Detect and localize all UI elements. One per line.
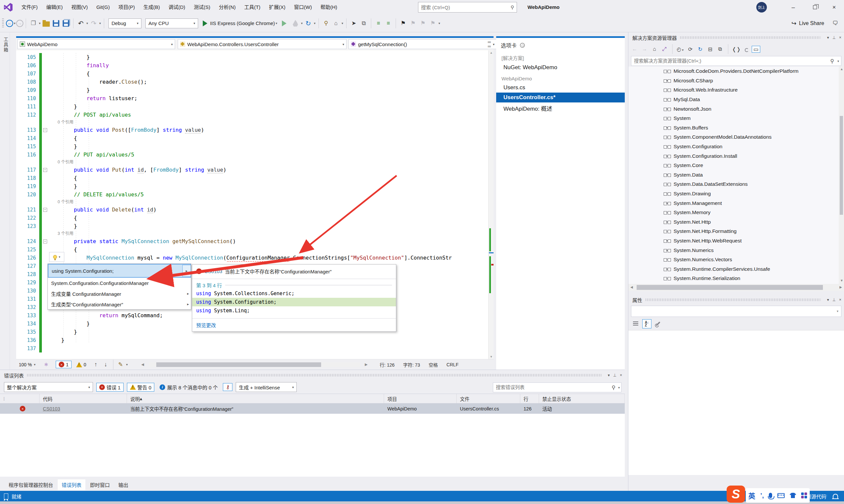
redo-icon[interactable]: ↷ bbox=[89, 19, 98, 28]
start-debugging-button[interactable]: IIS Express (Google Chrome) ▾ bbox=[203, 20, 278, 26]
user-avatar[interactable]: 剑上 bbox=[756, 2, 767, 13]
panel-tab[interactable]: 错误列表 bbox=[58, 479, 85, 490]
next-bookmark-icon[interactable]: ⚑ bbox=[419, 19, 427, 28]
warnings-filter-button[interactable]: 警告 0 bbox=[127, 383, 155, 392]
line-ending[interactable]: CRLF bbox=[446, 362, 459, 367]
categorized-icon[interactable] bbox=[631, 319, 640, 328]
menu-item-9[interactable]: 工具(T) bbox=[240, 0, 265, 15]
solution-explorer-search[interactable]: ⚲ ▾ bbox=[631, 56, 841, 66]
quick-actions-lightbulb[interactable]: ▾ bbox=[49, 252, 64, 262]
gear-icon[interactable] bbox=[520, 43, 525, 48]
platform-combo[interactable]: Any CPU▾ bbox=[145, 18, 198, 28]
hot-reload-dropdown[interactable]: ▾ bbox=[301, 21, 303, 25]
toolbar-grip[interactable] bbox=[2, 18, 4, 28]
attach-process-icon[interactable]: ⧉ bbox=[359, 19, 368, 28]
editor-horizontal-scrollbar[interactable] bbox=[149, 362, 360, 367]
ime-menu-icon[interactable] bbox=[801, 492, 807, 499]
reference-item[interactable]: System.Net.Http bbox=[628, 217, 844, 227]
prev-bookmark-icon[interactable]: ⚑ bbox=[409, 19, 417, 28]
save-all-icon[interactable] bbox=[62, 19, 70, 28]
navigate-back-dropdown[interactable]: ▾ bbox=[14, 21, 16, 25]
menu-item-6[interactable]: 调试(D) bbox=[164, 0, 190, 15]
menu-item-0[interactable]: 文件(F) bbox=[17, 0, 42, 15]
restart-dropdown[interactable]: ▾ bbox=[314, 21, 315, 25]
minimize-button[interactable]: – bbox=[783, 0, 803, 15]
pin-icon[interactable]: ⊥ bbox=[832, 35, 836, 40]
scroll-up-icon[interactable]: ▲ bbox=[840, 67, 843, 71]
new-project-icon[interactable]: ❐ bbox=[29, 19, 38, 28]
bookmark-icon[interactable]: ⚑ bbox=[399, 19, 408, 28]
undo-icon[interactable]: ↶ bbox=[76, 19, 85, 28]
sogou-ime-icon[interactable]: S bbox=[727, 486, 745, 503]
toolbar-overflow[interactable]: ▾ bbox=[438, 21, 440, 25]
sync-selection-icon[interactable]: ⤢ bbox=[660, 46, 669, 52]
menu-item-10[interactable]: 扩展(X) bbox=[265, 0, 290, 15]
restart-icon[interactable]: ↻ bbox=[304, 19, 312, 28]
reference-item[interactable]: System.Net.Http.Formatting bbox=[628, 227, 844, 236]
collapse-all-icon[interactable]: ⊟ bbox=[706, 46, 714, 52]
editor-warning-count[interactable]: 0 bbox=[76, 362, 86, 367]
chevron-down-icon[interactable]: ▾ bbox=[827, 35, 829, 40]
scrollbar-thumb[interactable] bbox=[637, 285, 823, 290]
preview-selected-icon[interactable]: ▭ bbox=[752, 46, 760, 53]
error-list-titlebar[interactable]: 错误列表 ▾ ⊥ × bbox=[0, 370, 625, 380]
se-forward-icon[interactable]: → bbox=[640, 46, 649, 52]
reference-item[interactable]: System.Buffers bbox=[628, 123, 844, 133]
solution-explorer-titlebar[interactable]: 解决方案资源管理器 ▾ ⊥ × bbox=[628, 32, 844, 43]
reference-item[interactable]: System.Memory bbox=[628, 208, 844, 217]
menu-item-4[interactable]: 项目(P) bbox=[114, 0, 139, 15]
clear-bookmarks-icon[interactable]: ⚑ bbox=[429, 19, 437, 28]
scroll-down-icon[interactable]: ▼ bbox=[840, 279, 843, 282]
properties-grid[interactable] bbox=[628, 330, 844, 475]
intellicode-icon[interactable]: ⚛ bbox=[42, 360, 50, 369]
keyboard-icon[interactable] bbox=[777, 493, 785, 498]
open-document-tab[interactable]: WebApiDemo: 概述 bbox=[496, 103, 625, 114]
restore-hierarchy-icon[interactable]: ↻ bbox=[696, 46, 705, 52]
sync-active-document-icon[interactable]: ⌂ bbox=[332, 19, 340, 28]
scrollbar-thumb[interactable] bbox=[156, 362, 321, 367]
codelens-row[interactable]: 0 个引用 bbox=[16, 159, 488, 166]
se-horizontal-scrollbar[interactable]: ◀ ▶ bbox=[628, 284, 844, 291]
submenu-arrow-icon[interactable]: ▸ bbox=[187, 291, 189, 296]
alphabetical-sort-icon[interactable]: A↓Z bbox=[642, 319, 652, 328]
live-share-button[interactable]: ↪ Live Share bbox=[791, 15, 824, 32]
menu-item-5[interactable]: 生成(B) bbox=[139, 0, 164, 15]
refresh-icon[interactable]: ⟳ bbox=[686, 46, 695, 52]
submenu-arrow-icon[interactable]: ▸ bbox=[182, 265, 191, 277]
new-project-dropdown[interactable]: ▾ bbox=[39, 21, 40, 25]
fold-margin[interactable]: − bbox=[42, 208, 49, 212]
close-icon[interactable]: × bbox=[620, 373, 622, 378]
fold-margin[interactable]: − bbox=[42, 168, 49, 172]
indent-mode[interactable]: 空格 bbox=[429, 361, 438, 368]
hscroll-right-icon[interactable]: ▶ bbox=[362, 360, 371, 369]
properties-titlebar[interactable]: 属性 ▾ ⊥ × bbox=[628, 294, 844, 305]
reference-item[interactable]: System.ComponentModel.DataAnnotations bbox=[628, 132, 844, 142]
microphone-icon[interactable] bbox=[769, 493, 772, 498]
reference-item[interactable]: System bbox=[628, 114, 844, 123]
reference-item[interactable]: Microsoft.CodeDom.Providers.DotNetCompil… bbox=[628, 67, 844, 76]
bell-icon[interactable] bbox=[833, 494, 838, 499]
pin-icon[interactable]: ⊥ bbox=[832, 298, 836, 302]
quick-fix-item-2[interactable]: 生成变量 ConfigurationManager▸ bbox=[48, 288, 191, 299]
nav-member-dropdown[interactable]: getMySqlConnection()▾ bbox=[348, 39, 497, 49]
restore-button[interactable] bbox=[805, 0, 825, 15]
toolbox-tab[interactable]: 工具箱 bbox=[2, 37, 9, 53]
start-without-debugging-icon[interactable] bbox=[281, 19, 290, 28]
indent-increase-icon[interactable]: ≡ bbox=[384, 19, 393, 28]
reference-item[interactable]: MySql.Data bbox=[628, 95, 844, 104]
save-icon[interactable] bbox=[52, 19, 60, 28]
error-row[interactable]: ×CS0103当前上下文中不存在名称“ConfigurationManager”… bbox=[0, 403, 625, 414]
codelens-row[interactable]: 0 个引用 bbox=[16, 199, 488, 205]
sync-dropdown[interactable]: ▾ bbox=[342, 21, 343, 25]
redo-dropdown[interactable]: ▾ bbox=[99, 21, 101, 25]
filter-button[interactable]: ⚷ bbox=[223, 383, 232, 391]
reference-item[interactable]: System.Core bbox=[628, 161, 844, 170]
search-icon[interactable]: ⚲ bbox=[612, 384, 616, 391]
search-options-dropdown[interactable]: ▾ bbox=[618, 386, 620, 389]
submenu-arrow-icon[interactable]: ▸ bbox=[187, 302, 189, 306]
chevron-down-icon[interactable]: ▾ bbox=[608, 373, 610, 378]
pending-changes-icon[interactable]: ◴▾ bbox=[676, 46, 685, 52]
quick-fix-item-0[interactable]: using System.Configuration;▸ bbox=[48, 264, 191, 278]
hot-reload-icon[interactable] bbox=[291, 19, 300, 28]
zoom-selector[interactable]: 100 %▾ bbox=[16, 362, 41, 367]
